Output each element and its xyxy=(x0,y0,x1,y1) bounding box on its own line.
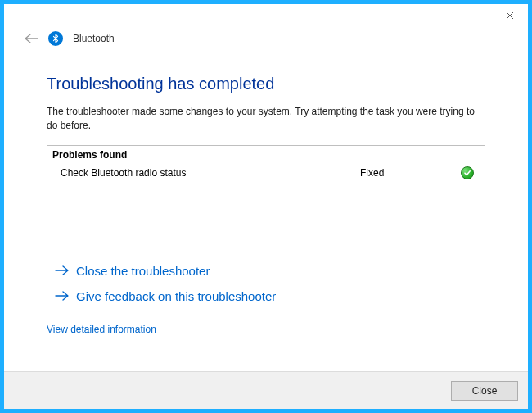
action-list: Close the troubleshooter Give feedback o… xyxy=(47,258,485,309)
bluetooth-icon xyxy=(48,31,63,46)
header-title: Bluetooth xyxy=(73,33,115,44)
give-feedback-label: Give feedback on this troubleshooter xyxy=(76,289,276,303)
page-title: Troubleshooting has completed xyxy=(47,75,485,93)
problem-status: Fixed xyxy=(360,167,458,179)
close-icon xyxy=(506,10,514,22)
page-description: The troubleshooter made some changes to … xyxy=(47,105,485,134)
header-row: Bluetooth xyxy=(4,27,528,50)
close-button[interactable]: Close xyxy=(451,381,518,401)
give-feedback-link[interactable]: Give feedback on this troubleshooter xyxy=(47,284,485,309)
problem-status-icon xyxy=(458,166,476,179)
view-detailed-information-link[interactable]: View detailed information xyxy=(47,324,156,335)
problems-found-box: Problems found Check Bluetooth radio sta… xyxy=(47,145,485,243)
close-troubleshooter-link[interactable]: Close the troubleshooter xyxy=(47,258,485,284)
table-row: Check Bluetooth radio status Fixed xyxy=(51,165,478,181)
back-arrow-icon[interactable] xyxy=(24,33,38,44)
titlebar xyxy=(4,4,528,27)
content-area: Troubleshooting has completed The troubl… xyxy=(4,50,528,371)
footer-bar: Close xyxy=(4,371,528,409)
checkmark-icon xyxy=(461,166,474,179)
arrow-right-icon xyxy=(55,265,70,276)
problems-found-header: Problems found xyxy=(51,148,478,165)
problem-name: Check Bluetooth radio status xyxy=(61,167,360,179)
close-troubleshooter-label: Close the troubleshooter xyxy=(76,264,210,278)
window-close-button[interactable] xyxy=(492,4,528,27)
arrow-right-icon xyxy=(55,290,70,302)
troubleshooter-window: Bluetooth Troubleshooting has completed … xyxy=(0,0,532,413)
